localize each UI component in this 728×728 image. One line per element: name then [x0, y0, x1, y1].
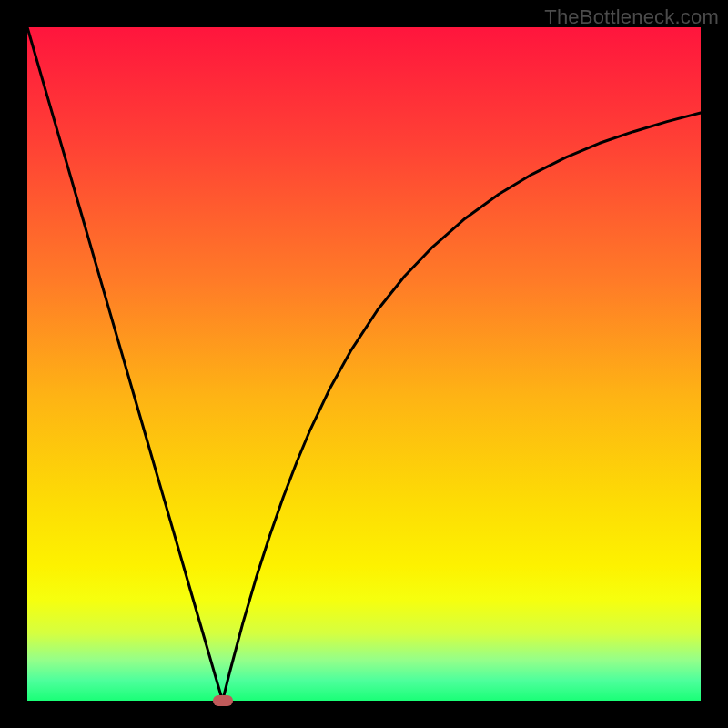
- chart-frame: TheBottleneck.com: [0, 0, 728, 728]
- attribution-text: TheBottleneck.com: [544, 5, 719, 29]
- bottleneck-curve: [27, 27, 701, 701]
- plot-area: [27, 27, 701, 701]
- curve-path: [27, 27, 701, 701]
- optimal-marker: [213, 695, 233, 706]
